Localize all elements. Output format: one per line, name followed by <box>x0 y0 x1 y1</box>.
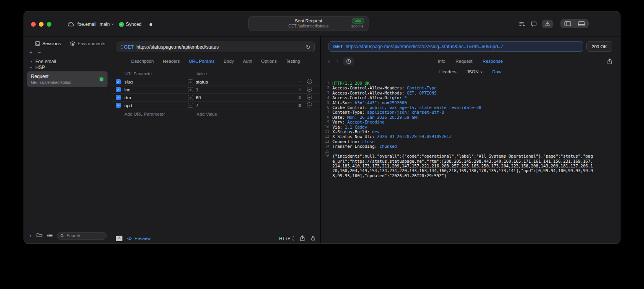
subtab-raw[interactable]: Raw <box>493 69 502 74</box>
tab-body[interactable]: Body <box>224 59 234 64</box>
param-value[interactable]: 7 <box>196 103 198 108</box>
sidebar-tab-sessions[interactable]: Sessions <box>35 41 61 46</box>
param-value[interactable]: 60 <box>196 95 201 100</box>
chevron-down-icon <box>480 71 483 73</box>
param-add-row[interactable]: Add URL Parameter Add Value <box>111 110 320 118</box>
protocol-selector[interactable]: HTTP <box>279 236 294 241</box>
subtab-json[interactable]: JSON <box>467 69 482 74</box>
response-line: 9 Vary: Accept-Encoding <box>323 120 615 124</box>
equals-icon: = <box>188 87 193 92</box>
tab-request[interactable]: Request <box>456 59 473 64</box>
drag-handle-icon[interactable]: ≡ <box>298 103 307 108</box>
resend-icon[interactable]: ↻ <box>306 44 310 50</box>
add-value-placeholder[interactable]: Add Value <box>188 112 298 116</box>
equals-icon: = <box>188 103 193 108</box>
tab-response[interactable]: Response <box>483 59 503 64</box>
response-line: 7 Content-Type: application/json; charse… <box>323 110 615 115</box>
param-checkbox[interactable]: ✓ <box>116 79 121 84</box>
close-button[interactable] <box>31 22 36 27</box>
line-number: 13 <box>323 139 329 144</box>
url-params-table: URL Parameter Value ✓ slug = status ≡ ✓ … <box>111 69 320 118</box>
sent-request-url[interactable]: GET https://statuspage.me/api/embed/stat… <box>328 41 583 52</box>
project-name[interactable]: foe.email <box>77 22 97 27</box>
remove-session-button[interactable]: − <box>38 51 41 55</box>
remove-param-icon[interactable] <box>307 87 312 92</box>
comment-icon[interactable] <box>531 21 537 27</box>
param-checkbox[interactable]: ✓ <box>116 95 121 100</box>
drag-handle-icon[interactable]: ≡ <box>298 79 307 85</box>
lock-icon[interactable] <box>311 235 316 242</box>
tree-group-label: HSP <box>35 65 45 70</box>
tab-info[interactable]: Info <box>438 59 445 64</box>
method-stepper-icon <box>121 45 122 49</box>
add-request-button[interactable]: + <box>29 233 32 238</box>
minimize-button[interactable] <box>39 22 44 27</box>
drag-handle-icon[interactable]: ≡ <box>298 87 307 93</box>
line-number: 3 <box>323 91 329 95</box>
param-checkbox[interactable]: ✓ <box>116 103 121 108</box>
list-view-icon[interactable] <box>47 232 53 239</box>
remove-param-icon[interactable] <box>307 95 312 100</box>
params-rows: ✓ slug = status ≡ ✓ inc = 1 ≡ ✓ rtm = 60… <box>111 78 320 109</box>
param-value[interactable]: 1 <box>196 87 198 92</box>
subtab-headers[interactable]: Headers <box>439 69 456 74</box>
tree-group-foe-email[interactable]: Foe.email <box>27 58 108 64</box>
request-url-input[interactable]: https://statuspage.me/api/embed/status <box>137 44 303 50</box>
tree-group-hsp[interactable]: HSP <box>27 64 108 70</box>
remove-param-icon[interactable] <box>307 79 312 84</box>
sidebar-search[interactable] <box>57 232 107 240</box>
line-content: Connection: close <box>332 139 374 144</box>
search-input[interactable] <box>66 233 103 238</box>
unsaved-changes-dot <box>150 23 152 26</box>
param-name[interactable]: slug <box>124 80 188 84</box>
tab-options[interactable]: Options <box>261 59 277 64</box>
method-selector[interactable]: GET <box>121 44 134 50</box>
tab-description[interactable]: Description <box>131 59 154 64</box>
sidebar-tab-label: Sessions <box>42 41 61 46</box>
expand-panel-icon[interactable] <box>116 236 122 241</box>
import-tray-icon[interactable] <box>542 20 553 28</box>
request-duration: 280 ms <box>351 24 363 29</box>
export-response-icon[interactable] <box>607 58 612 64</box>
tab-auth[interactable]: Auth <box>243 59 252 64</box>
tab-testing[interactable]: Testing <box>286 59 300 64</box>
titlebar-actions <box>519 19 589 28</box>
request-url-bar[interactable]: GET https://statuspage.me/api/embed/stat… <box>117 42 315 52</box>
response-line: 10 Via: 1.1 Caddy <box>323 125 615 129</box>
history-forward-icon[interactable] <box>336 60 338 62</box>
app-window: foe.email main ✓ Synced Sent Request 200… <box>24 11 620 244</box>
line-content: Transfer-Encoding: chunked <box>332 144 397 149</box>
sort-lines-icon[interactable] <box>519 21 525 27</box>
sync-status[interactable]: ✓ Synced <box>119 22 142 27</box>
tab-url-params[interactable]: URL Params <box>189 59 214 64</box>
line-content: Content-Type: application/json; charset=… <box>332 110 444 115</box>
request-item-subtitle: GET /api/embed/status <box>31 80 104 85</box>
tree-group-label: Foe.email <box>35 59 56 64</box>
toggle-bottom-panel-icon[interactable] <box>578 21 585 26</box>
new-folder-icon[interactable] <box>36 232 42 239</box>
request-summary-box[interactable]: Sent Request 200 GET /api/embed/status 2… <box>248 16 369 31</box>
param-name[interactable]: rtm <box>124 95 188 100</box>
sidebar-tab-environments[interactable]: Environments <box>70 41 105 46</box>
preview-button[interactable]: </> Preview <box>127 236 151 241</box>
request-footer: </> Preview HTTP <box>111 233 320 244</box>
history-back-icon[interactable] <box>328 60 331 62</box>
param-value[interactable]: status <box>196 80 208 84</box>
tab-headers[interactable]: Headers <box>163 59 180 64</box>
toggle-sidebar-icon[interactable] <box>564 21 571 26</box>
history-clock-icon[interactable] <box>343 57 354 65</box>
line-content: X-Status-Now-Utc: 2026-01-26T20:29:59.85… <box>332 134 451 139</box>
add-session-button[interactable]: + <box>29 51 33 55</box>
remove-param-icon[interactable] <box>307 102 312 107</box>
param-name[interactable]: upd <box>124 103 188 108</box>
response-body[interactable]: 1 HTTP/1.1 200 OK 2 Access-Control-Allow… <box>323 81 615 240</box>
add-param-placeholder[interactable]: Add URL Parameter <box>124 112 188 116</box>
param-name[interactable]: inc <box>124 87 188 92</box>
sidebar-request-item[interactable]: Request GET /api/embed/status <box>27 71 108 87</box>
zoom-button[interactable] <box>47 22 51 27</box>
param-checkbox[interactable]: ✓ <box>116 87 121 92</box>
drag-handle-icon[interactable]: ≡ <box>298 95 307 100</box>
share-icon[interactable] <box>300 235 305 242</box>
branch-selector[interactable]: main <box>100 22 113 27</box>
sidebar-tree: Foe.email HSP Request GET /api/embed/sta… <box>24 55 111 87</box>
